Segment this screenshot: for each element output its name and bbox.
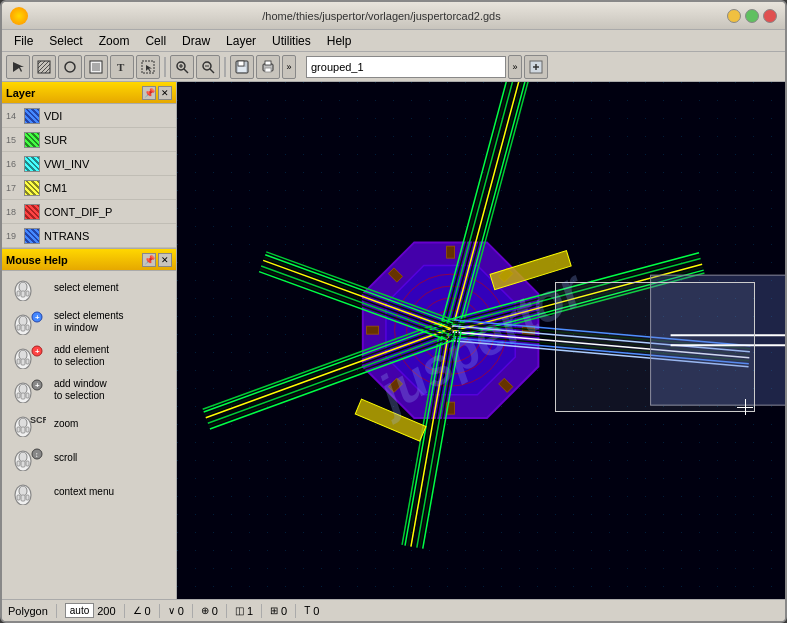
angle2-icon: ∨ (168, 605, 175, 616)
svg-text:+: + (35, 313, 40, 322)
layer-close-btn[interactable]: ✕ (158, 86, 172, 100)
mouse-help-context-menu[interactable]: context menu (2, 475, 176, 509)
print-btn[interactable] (256, 55, 280, 79)
status-layer-val: 1 (247, 605, 253, 617)
status-coord-val: 0 (212, 605, 218, 617)
svg-marker-0 (13, 62, 24, 72)
cursor-tool-btn[interactable] (136, 55, 160, 79)
menu-draw[interactable]: Draw (174, 32, 218, 50)
text-tool-btn[interactable]: T (110, 55, 134, 79)
svg-rect-72 (26, 495, 29, 500)
select-tool-btn[interactable] (6, 55, 30, 79)
mouse-help-zoom[interactable]: SCROLL zoom (2, 407, 176, 441)
svg-marker-13 (146, 65, 152, 72)
svg-rect-37 (21, 325, 25, 331)
mouse-help-scroll[interactable]: ↕ scroll (2, 441, 176, 475)
svg-rect-65 (26, 461, 29, 466)
canvas-area[interactable]: juspertor (177, 82, 785, 599)
menu-help[interactable]: Help (319, 32, 360, 50)
layer-num-sur: 15 (6, 135, 24, 145)
layer-panel: Layer 📌 ✕ 14 VDI 15 SUR (2, 82, 176, 248)
svg-line-3 (38, 61, 45, 68)
maximize-button[interactable] (745, 9, 759, 23)
mouse-help-pin-btn[interactable]: 📌 (142, 253, 156, 267)
toolbar-extra-btn[interactable] (524, 55, 548, 79)
mouse-help-add-element[interactable]: + add elementto selection (2, 339, 176, 373)
svg-point-31 (19, 282, 27, 292)
svg-line-5 (41, 64, 50, 73)
status-scale: auto 200 (65, 603, 116, 618)
layer-num-cm1: 17 (6, 183, 24, 193)
svg-rect-46 (17, 359, 20, 364)
minimize-button[interactable] (727, 9, 741, 23)
toolbar-expand-1[interactable]: » (282, 55, 296, 79)
status-divider-5 (226, 604, 227, 618)
svg-rect-52 (26, 393, 29, 398)
svg-rect-66 (17, 461, 20, 466)
layer-pin-btn[interactable]: 📌 (142, 86, 156, 100)
layer-item-vwiinv[interactable]: 16 VWI_INV (2, 152, 176, 176)
menu-file[interactable]: File (6, 32, 41, 50)
layer-item-contdifp[interactable]: 18 CONT_DIF_P (2, 200, 176, 224)
status-coord: ⊕ 0 (201, 605, 218, 617)
svg-point-57 (19, 418, 27, 428)
svg-point-70 (19, 486, 27, 496)
title-bar: /home/thies/juspertor/vorlagen/juspertor… (2, 2, 785, 30)
svg-rect-60 (17, 427, 20, 432)
svg-text:↕: ↕ (35, 451, 39, 458)
svg-rect-26 (265, 68, 271, 72)
svg-rect-33 (26, 291, 29, 296)
mouse-help-close-btn[interactable]: ✕ (158, 253, 172, 267)
zoom-out-btn[interactable] (196, 55, 220, 79)
zoom-in-btn[interactable] (170, 55, 194, 79)
move-tool-btn[interactable] (84, 55, 108, 79)
menu-layer[interactable]: Layer (218, 32, 264, 50)
status-divider-6 (261, 604, 262, 618)
mouse-help-text-select: select element (54, 282, 118, 294)
mouse-icon-add-element: + (8, 342, 48, 370)
layer-item-sur[interactable]: 15 SUR (2, 128, 176, 152)
svg-rect-1 (38, 61, 50, 73)
svg-rect-10 (92, 63, 100, 71)
close-button[interactable] (763, 9, 777, 23)
svg-text:+: + (35, 347, 40, 356)
menu-select[interactable]: Select (41, 32, 90, 50)
status-divider-2 (124, 604, 125, 618)
layer-icon-vdi (24, 108, 40, 124)
mouse-icon-scroll: ↕ (8, 444, 48, 472)
mouse-help-select-element[interactable]: select element (2, 271, 176, 305)
menu-zoom[interactable]: Zoom (91, 32, 138, 50)
main-content: Layer 📌 ✕ 14 VDI 15 SUR (2, 82, 785, 599)
toolbar-expand-2[interactable]: » (508, 55, 522, 79)
layer-item-ntrans[interactable]: 19 NTRANS (2, 224, 176, 248)
angle-icon: ∠ (133, 605, 142, 616)
status-divider-1 (56, 604, 57, 618)
svg-text:SCROLL: SCROLL (30, 415, 46, 425)
status-font: T 0 (304, 605, 319, 617)
svg-rect-25 (265, 61, 271, 65)
svg-point-8 (65, 62, 75, 72)
menu-cell[interactable]: Cell (137, 32, 174, 50)
mouse-help-select-window[interactable]: + select elementsin window (2, 305, 176, 339)
layer-item-cm1[interactable]: 17 CM1 (2, 176, 176, 200)
mouse-help-add-window[interactable]: + add windowto selection (2, 373, 176, 407)
cad-canvas[interactable] (177, 82, 785, 599)
hatch-tool-btn[interactable] (32, 55, 56, 79)
status-angle2-val: 0 (178, 605, 184, 617)
layer-icon-contdifp (24, 204, 40, 220)
layer-icon-sur (24, 132, 40, 148)
layer-name-sur: SUR (44, 134, 67, 146)
svg-rect-71 (21, 495, 25, 501)
window-frame: /home/thies/juspertor/vorlagen/juspertor… (0, 0, 787, 623)
menu-utilities[interactable]: Utilities (264, 32, 319, 50)
layer-name-contdifp: CONT_DIF_P (44, 206, 112, 218)
circle-tool-btn[interactable] (58, 55, 82, 79)
layer-combo[interactable] (306, 56, 506, 78)
layer-num-contdifp: 18 (6, 207, 24, 217)
app-icon (10, 7, 28, 25)
save-btn[interactable] (230, 55, 254, 79)
mouse-icon-select (8, 274, 48, 302)
mouse-help-text-add-window: add windowto selection (54, 378, 107, 402)
layer-num-ntrans: 19 (6, 231, 24, 241)
layer-item-vdi[interactable]: 14 VDI (2, 104, 176, 128)
